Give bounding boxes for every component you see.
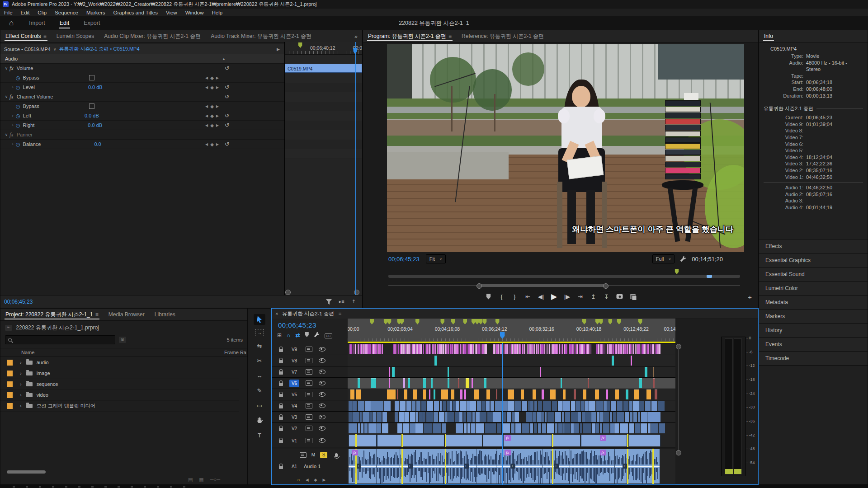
- clip[interactable]: [366, 344, 368, 354]
- project-breadcrumb[interactable]: 220822 유통귀환 시즌2-1_1.prproj: [16, 324, 99, 332]
- program-playhead-indicator[interactable]: [707, 275, 712, 278]
- clip[interactable]: [533, 344, 535, 354]
- bin-color-chip[interactable]: [7, 381, 13, 387]
- taskbar-item[interactable]: [170, 486, 172, 488]
- clip[interactable]: [369, 344, 370, 354]
- clip[interactable]: [521, 389, 524, 399]
- kf-prev-icon[interactable]: ◀: [205, 114, 208, 118]
- kf-prev-icon[interactable]: ◀: [306, 478, 309, 482]
- track-lane-v5[interactable]: [348, 389, 675, 400]
- clip[interactable]: [351, 344, 353, 354]
- program-video-frame[interactable]: 왜냐하면 스마트폰이 아주 큰 역할을 했습니다: [387, 44, 744, 252]
- track-name[interactable]: V2: [289, 426, 299, 431]
- play-audio-icon[interactable]: ▸≡: [339, 299, 344, 305]
- taskbar-item[interactable]: [131, 486, 133, 488]
- source-patch-icon[interactable]: [300, 452, 307, 458]
- toggle-output-eye-icon[interactable]: [319, 370, 326, 374]
- toggle-output-eye-icon[interactable]: [319, 415, 326, 419]
- clip[interactable]: [563, 389, 566, 399]
- clip[interactable]: [491, 401, 495, 411]
- effect-row-right[interactable]: ›◷Right0.0 dB◀◆▶↺: [0, 121, 284, 130]
- track-header-v8[interactable]: V8: [272, 355, 348, 366]
- toggle-output-eye-icon[interactable]: [319, 347, 326, 352]
- clip[interactable]: [647, 412, 653, 422]
- clip[interactable]: [358, 344, 359, 354]
- kf-add-icon[interactable]: ◆: [210, 113, 214, 118]
- clip[interactable]: [360, 412, 362, 422]
- reset-icon[interactable]: ↺: [225, 113, 229, 119]
- clip[interactable]: [589, 401, 595, 411]
- clip[interactable]: [647, 344, 648, 354]
- clip[interactable]: [542, 344, 542, 354]
- linked-selection-icon[interactable]: ⇄: [296, 332, 300, 338]
- clip[interactable]: [571, 423, 574, 433]
- clip[interactable]: [527, 344, 528, 354]
- menu-file[interactable]: File: [0, 10, 17, 15]
- clip[interactable]: [639, 378, 642, 388]
- clip[interactable]: [452, 344, 453, 354]
- rectangle-tool[interactable]: ▭: [254, 400, 265, 411]
- kf-add-icon[interactable]: ◆: [210, 75, 214, 80]
- bin-color-chip[interactable]: [7, 403, 13, 409]
- clip[interactable]: [629, 401, 632, 411]
- clip[interactable]: [574, 389, 576, 399]
- clip[interactable]: [624, 344, 625, 354]
- reset-icon[interactable]: ↺: [225, 141, 229, 147]
- clip[interactable]: [529, 344, 530, 354]
- clip[interactable]: [650, 344, 651, 354]
- scroll-handle[interactable]: [285, 290, 291, 295]
- clip[interactable]: [363, 412, 369, 422]
- settings-wrench-icon[interactable]: [680, 256, 686, 262]
- clip[interactable]: [542, 389, 543, 399]
- track-lane-v7[interactable]: [348, 366, 675, 378]
- clip[interactable]: [497, 423, 501, 433]
- clip[interactable]: [466, 378, 469, 388]
- clip[interactable]: [651, 344, 651, 354]
- taskbar-item[interactable]: [183, 486, 185, 488]
- clip[interactable]: [395, 344, 396, 354]
- clip[interactable]: [629, 344, 630, 354]
- lock-icon[interactable]: [279, 360, 283, 363]
- kf-add-icon[interactable]: ◆: [210, 123, 214, 128]
- taskbar-item[interactable]: [13, 486, 15, 488]
- clip[interactable]: [562, 412, 565, 422]
- clip[interactable]: [433, 423, 441, 433]
- clip[interactable]: [419, 412, 423, 422]
- clip[interactable]: [426, 344, 427, 354]
- lock-icon[interactable]: [279, 394, 283, 397]
- clip[interactable]: [453, 401, 455, 411]
- effect-controls-tab[interactable]: Audio Track Mixer: 유통귀환 시즌2-1 중편: [206, 30, 316, 42]
- clip[interactable]: [606, 389, 608, 399]
- clip[interactable]: [570, 344, 571, 354]
- clip[interactable]: [620, 423, 628, 433]
- clip[interactable]: [557, 344, 558, 354]
- clip[interactable]: [528, 344, 529, 354]
- clip[interactable]: [610, 423, 614, 433]
- clip[interactable]: [496, 344, 498, 354]
- clip[interactable]: [561, 344, 561, 354]
- track-lane-v1[interactable]: fxfx: [348, 434, 675, 447]
- stopwatch-icon[interactable]: ◷: [16, 84, 20, 90]
- settings-wrench-icon[interactable]: [314, 332, 320, 339]
- clip[interactable]: [349, 344, 350, 354]
- clip[interactable]: [605, 344, 605, 354]
- taskbar-item[interactable]: [52, 486, 54, 488]
- pen-tool[interactable]: ✎: [254, 385, 265, 396]
- clip[interactable]: [364, 344, 366, 354]
- clip[interactable]: [631, 356, 632, 366]
- clip[interactable]: [369, 412, 372, 422]
- export-icon[interactable]: ↥: [352, 299, 356, 305]
- clip[interactable]: [617, 412, 624, 422]
- param-value[interactable]: 0.0 dB: [88, 84, 103, 90]
- param-value[interactable]: 0.0 dB: [85, 113, 99, 118]
- clip[interactable]: [450, 344, 450, 354]
- project-view-buttons[interactable]: ▤▦─○─: [188, 477, 220, 483]
- track-lane-v9[interactable]: [348, 344, 675, 355]
- clip[interactable]: [588, 344, 589, 354]
- clip[interactable]: [591, 344, 592, 354]
- clip[interactable]: [565, 401, 570, 411]
- effect-row-balance[interactable]: ›◷Balance0.0◀◆▶↺: [0, 140, 284, 149]
- extract-button[interactable]: ↧: [602, 291, 611, 301]
- clip[interactable]: [562, 401, 564, 411]
- chevron-right-icon[interactable]: ›: [9, 85, 16, 89]
